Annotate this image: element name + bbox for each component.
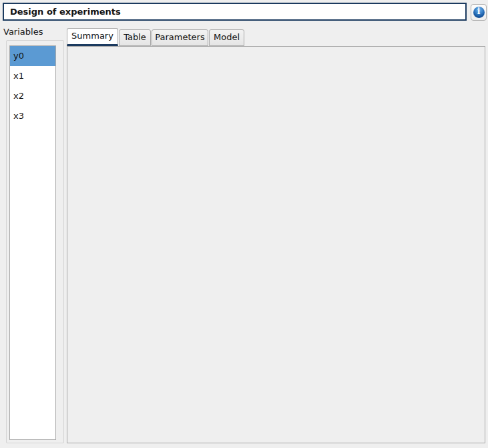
variable-item-x3[interactable]: x3 bbox=[10, 106, 55, 126]
window-title: Design of experiments bbox=[10, 7, 121, 17]
info-icon: i bbox=[473, 7, 485, 18]
info-button[interactable]: i bbox=[471, 4, 487, 21]
window-title-bar: Design of experiments bbox=[3, 3, 467, 21]
variable-item-x1[interactable]: x1 bbox=[10, 66, 55, 86]
tab-table[interactable]: Table bbox=[119, 29, 151, 46]
tab-content-frame bbox=[67, 46, 485, 443]
variable-item-x2[interactable]: x2 bbox=[10, 86, 55, 106]
tab-summary[interactable]: Summary bbox=[67, 28, 118, 46]
variable-item-y0[interactable]: y0 bbox=[10, 46, 55, 66]
variables-label: Variables bbox=[3, 27, 43, 37]
tab-model[interactable]: Model bbox=[209, 29, 244, 46]
tab-parameters[interactable]: Parameters bbox=[152, 29, 208, 46]
variables-list: y0 x1 x2 x3 bbox=[9, 45, 56, 440]
